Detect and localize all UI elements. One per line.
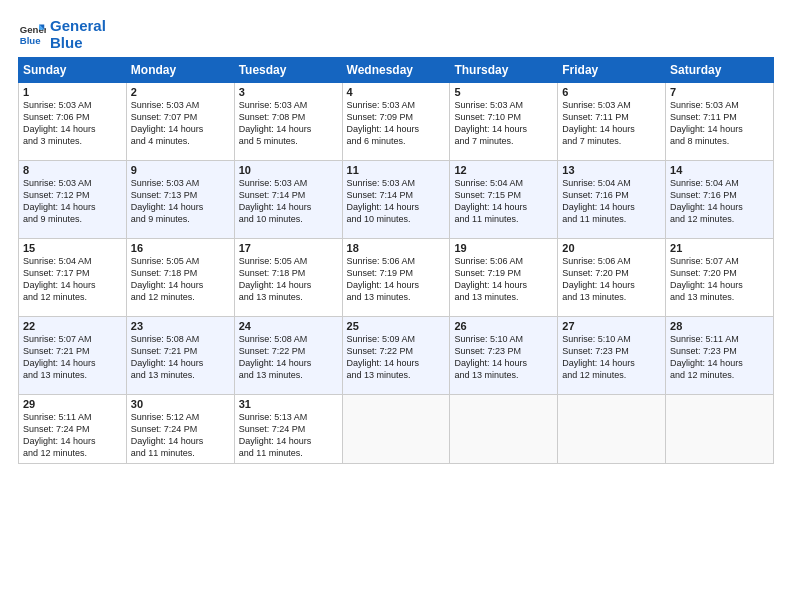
calendar-week-row: 1Sunrise: 5:03 AMSunset: 7:06 PMDaylight…: [19, 83, 774, 161]
calendar-table: SundayMondayTuesdayWednesdayThursdayFrid…: [18, 57, 774, 464]
calendar-header-saturday: Saturday: [666, 58, 774, 83]
calendar-cell: [666, 395, 774, 464]
day-number: 22: [23, 320, 122, 332]
day-number: 21: [670, 242, 769, 254]
cell-details: Sunrise: 5:03 AMSunset: 7:06 PMDaylight:…: [23, 99, 122, 148]
day-number: 19: [454, 242, 553, 254]
day-number: 11: [347, 164, 446, 176]
day-number: 4: [347, 86, 446, 98]
day-number: 14: [670, 164, 769, 176]
cell-details: Sunrise: 5:03 AMSunset: 7:12 PMDaylight:…: [23, 177, 122, 226]
calendar-cell: 6Sunrise: 5:03 AMSunset: 7:11 PMDaylight…: [558, 83, 666, 161]
calendar-cell: 21Sunrise: 5:07 AMSunset: 7:20 PMDayligh…: [666, 239, 774, 317]
cell-details: Sunrise: 5:09 AMSunset: 7:22 PMDaylight:…: [347, 333, 446, 382]
day-number: 6: [562, 86, 661, 98]
cell-details: Sunrise: 5:06 AMSunset: 7:19 PMDaylight:…: [347, 255, 446, 304]
cell-details: Sunrise: 5:03 AMSunset: 7:11 PMDaylight:…: [670, 99, 769, 148]
calendar-cell: 13Sunrise: 5:04 AMSunset: 7:16 PMDayligh…: [558, 161, 666, 239]
calendar-cell: 27Sunrise: 5:10 AMSunset: 7:23 PMDayligh…: [558, 317, 666, 395]
calendar-cell: 12Sunrise: 5:04 AMSunset: 7:15 PMDayligh…: [450, 161, 558, 239]
calendar-cell: 8Sunrise: 5:03 AMSunset: 7:12 PMDaylight…: [19, 161, 127, 239]
day-number: 3: [239, 86, 338, 98]
cell-details: Sunrise: 5:04 AMSunset: 7:15 PMDaylight:…: [454, 177, 553, 226]
day-number: 26: [454, 320, 553, 332]
calendar-cell: 5Sunrise: 5:03 AMSunset: 7:10 PMDaylight…: [450, 83, 558, 161]
calendar-cell: 30Sunrise: 5:12 AMSunset: 7:24 PMDayligh…: [126, 395, 234, 464]
day-number: 12: [454, 164, 553, 176]
day-number: 25: [347, 320, 446, 332]
cell-details: Sunrise: 5:03 AMSunset: 7:13 PMDaylight:…: [131, 177, 230, 226]
day-number: 8: [23, 164, 122, 176]
day-number: 28: [670, 320, 769, 332]
calendar-cell: [558, 395, 666, 464]
calendar-week-row: 22Sunrise: 5:07 AMSunset: 7:21 PMDayligh…: [19, 317, 774, 395]
calendar-cell: 26Sunrise: 5:10 AMSunset: 7:23 PMDayligh…: [450, 317, 558, 395]
cell-details: Sunrise: 5:03 AMSunset: 7:10 PMDaylight:…: [454, 99, 553, 148]
day-number: 27: [562, 320, 661, 332]
calendar-header-sunday: Sunday: [19, 58, 127, 83]
logo-icon: General Blue: [18, 21, 46, 49]
cell-details: Sunrise: 5:12 AMSunset: 7:24 PMDaylight:…: [131, 411, 230, 460]
calendar-cell: 1Sunrise: 5:03 AMSunset: 7:06 PMDaylight…: [19, 83, 127, 161]
cell-details: Sunrise: 5:08 AMSunset: 7:22 PMDaylight:…: [239, 333, 338, 382]
cell-details: Sunrise: 5:07 AMSunset: 7:21 PMDaylight:…: [23, 333, 122, 382]
calendar-cell: 18Sunrise: 5:06 AMSunset: 7:19 PMDayligh…: [342, 239, 450, 317]
day-number: 24: [239, 320, 338, 332]
calendar-header-thursday: Thursday: [450, 58, 558, 83]
cell-details: Sunrise: 5:03 AMSunset: 7:14 PMDaylight:…: [239, 177, 338, 226]
calendar-cell: 4Sunrise: 5:03 AMSunset: 7:09 PMDaylight…: [342, 83, 450, 161]
cell-details: Sunrise: 5:03 AMSunset: 7:11 PMDaylight:…: [562, 99, 661, 148]
calendar-header-row: SundayMondayTuesdayWednesdayThursdayFrid…: [19, 58, 774, 83]
day-number: 16: [131, 242, 230, 254]
calendar-cell: 20Sunrise: 5:06 AMSunset: 7:20 PMDayligh…: [558, 239, 666, 317]
calendar-header-friday: Friday: [558, 58, 666, 83]
day-number: 10: [239, 164, 338, 176]
cell-details: Sunrise: 5:07 AMSunset: 7:20 PMDaylight:…: [670, 255, 769, 304]
cell-details: Sunrise: 5:04 AMSunset: 7:17 PMDaylight:…: [23, 255, 122, 304]
day-number: 9: [131, 164, 230, 176]
calendar-cell: 7Sunrise: 5:03 AMSunset: 7:11 PMDaylight…: [666, 83, 774, 161]
calendar-cell: [450, 395, 558, 464]
cell-details: Sunrise: 5:10 AMSunset: 7:23 PMDaylight:…: [454, 333, 553, 382]
calendar-week-row: 15Sunrise: 5:04 AMSunset: 7:17 PMDayligh…: [19, 239, 774, 317]
calendar-cell: 19Sunrise: 5:06 AMSunset: 7:19 PMDayligh…: [450, 239, 558, 317]
day-number: 20: [562, 242, 661, 254]
day-number: 29: [23, 398, 122, 410]
cell-details: Sunrise: 5:10 AMSunset: 7:23 PMDaylight:…: [562, 333, 661, 382]
cell-details: Sunrise: 5:05 AMSunset: 7:18 PMDaylight:…: [239, 255, 338, 304]
cell-details: Sunrise: 5:08 AMSunset: 7:21 PMDaylight:…: [131, 333, 230, 382]
calendar-cell: [342, 395, 450, 464]
calendar-cell: 10Sunrise: 5:03 AMSunset: 7:14 PMDayligh…: [234, 161, 342, 239]
cell-details: Sunrise: 5:06 AMSunset: 7:19 PMDaylight:…: [454, 255, 553, 304]
calendar-cell: 28Sunrise: 5:11 AMSunset: 7:23 PMDayligh…: [666, 317, 774, 395]
calendar-header-tuesday: Tuesday: [234, 58, 342, 83]
calendar-cell: 15Sunrise: 5:04 AMSunset: 7:17 PMDayligh…: [19, 239, 127, 317]
header: General Blue GeneralBlue: [18, 18, 774, 51]
day-number: 13: [562, 164, 661, 176]
day-number: 17: [239, 242, 338, 254]
calendar-cell: 14Sunrise: 5:04 AMSunset: 7:16 PMDayligh…: [666, 161, 774, 239]
cell-details: Sunrise: 5:06 AMSunset: 7:20 PMDaylight:…: [562, 255, 661, 304]
page: General Blue GeneralBlue SundayMondayTue…: [0, 0, 792, 474]
calendar-week-row: 8Sunrise: 5:03 AMSunset: 7:12 PMDaylight…: [19, 161, 774, 239]
day-number: 1: [23, 86, 122, 98]
calendar-cell: 9Sunrise: 5:03 AMSunset: 7:13 PMDaylight…: [126, 161, 234, 239]
cell-details: Sunrise: 5:03 AMSunset: 7:09 PMDaylight:…: [347, 99, 446, 148]
calendar-week-row: 29Sunrise: 5:11 AMSunset: 7:24 PMDayligh…: [19, 395, 774, 464]
cell-details: Sunrise: 5:11 AMSunset: 7:23 PMDaylight:…: [670, 333, 769, 382]
logo: General Blue GeneralBlue: [18, 18, 106, 51]
cell-details: Sunrise: 5:03 AMSunset: 7:07 PMDaylight:…: [131, 99, 230, 148]
cell-details: Sunrise: 5:13 AMSunset: 7:24 PMDaylight:…: [239, 411, 338, 460]
day-number: 31: [239, 398, 338, 410]
day-number: 2: [131, 86, 230, 98]
cell-details: Sunrise: 5:03 AMSunset: 7:14 PMDaylight:…: [347, 177, 446, 226]
day-number: 15: [23, 242, 122, 254]
cell-details: Sunrise: 5:11 AMSunset: 7:24 PMDaylight:…: [23, 411, 122, 460]
day-number: 30: [131, 398, 230, 410]
svg-text:Blue: Blue: [20, 34, 41, 45]
calendar-header-wednesday: Wednesday: [342, 58, 450, 83]
calendar-header-monday: Monday: [126, 58, 234, 83]
calendar-cell: 31Sunrise: 5:13 AMSunset: 7:24 PMDayligh…: [234, 395, 342, 464]
calendar-cell: 29Sunrise: 5:11 AMSunset: 7:24 PMDayligh…: [19, 395, 127, 464]
calendar-cell: 23Sunrise: 5:08 AMSunset: 7:21 PMDayligh…: [126, 317, 234, 395]
